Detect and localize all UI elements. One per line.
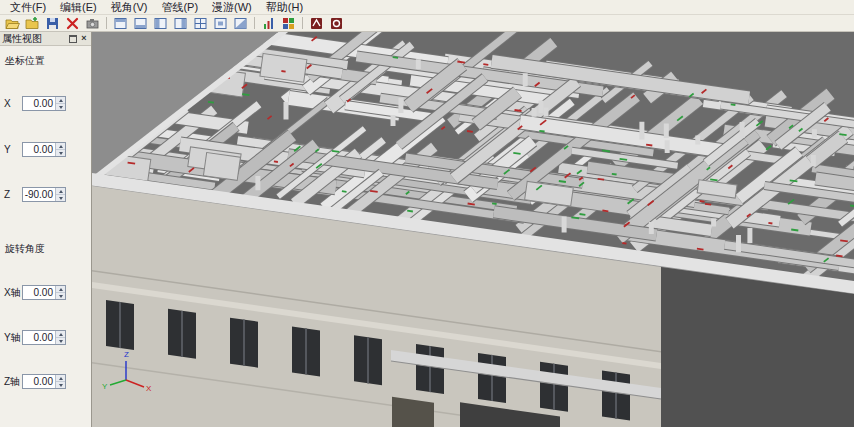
toolbar-separator [302, 17, 303, 29]
open-project-button[interactable] [23, 15, 42, 32]
axis-y-label: Y [102, 382, 108, 391]
rot-z-label: Z轴 [2, 375, 22, 389]
menu-view[interactable]: 视角(V) [104, 0, 155, 14]
view-back-icon [133, 16, 148, 31]
menu-file[interactable]: 文件(F) [3, 0, 53, 14]
coord-x-label: X [2, 98, 22, 109]
properties-panel-header: 属性视图 × [0, 32, 91, 46]
toolbar-separator [254, 17, 255, 29]
menu-help[interactable]: 帮助(H) [259, 0, 310, 14]
view-bottom-icon [213, 16, 228, 31]
menu-walkthrough[interactable]: 漫游(W) [205, 0, 259, 14]
ground-shadow-area [661, 267, 854, 427]
close-panel-icon: × [81, 34, 86, 43]
view-top-icon [193, 16, 208, 31]
view-front-button[interactable] [111, 15, 130, 32]
rot-y-label: Y轴 [2, 331, 22, 345]
properties-panel-title: 属性视图 [2, 32, 67, 46]
view-right-icon [173, 16, 188, 31]
rot-x-spinner[interactable] [55, 286, 65, 299]
view-top-button[interactable] [191, 15, 210, 32]
float-panel-icon [69, 35, 77, 43]
coord-y-row: Y 0.00 [2, 142, 66, 157]
menu-pipeline[interactable]: 管线(P) [154, 0, 205, 14]
chart-stats-icon [261, 16, 276, 31]
axis-z-label: Z [124, 350, 129, 359]
snapshot-button[interactable] [83, 15, 102, 32]
open-file-button[interactable] [3, 15, 22, 32]
menubar: 文件(F) 编辑(E) 视角(V) 管线(P) 漫游(W) 帮助(H) [0, 0, 854, 15]
chart-stats-button[interactable] [259, 15, 278, 32]
coord-y-label: Y [2, 144, 22, 155]
application-window: 文件(F) 编辑(E) 视角(V) 管线(P) 漫游(W) 帮助(H) 属性视图… [0, 0, 854, 427]
save-file-icon [45, 16, 60, 31]
menu-edit[interactable]: 编辑(E) [53, 0, 104, 14]
view-right-button[interactable] [171, 15, 190, 32]
coord-z-row: Z -90.00 [2, 187, 66, 202]
material-b-icon [329, 16, 344, 31]
float-panel-button[interactable] [68, 34, 78, 44]
rot-z-spinner[interactable] [55, 375, 65, 388]
rot-x-input[interactable]: 0.00 [22, 285, 66, 300]
rot-y-spinner[interactable] [55, 331, 65, 344]
view-front-icon [113, 16, 128, 31]
main-area: 属性视图 × 坐标位置 X 0.00 Y 0.00 [0, 32, 854, 427]
coord-x-spinner[interactable] [55, 97, 65, 110]
rot-x-label: X轴 [2, 286, 22, 300]
coord-y-input[interactable]: 0.00 [22, 142, 66, 157]
material-a-icon [309, 16, 324, 31]
view-bottom-button[interactable] [211, 15, 230, 32]
view-iso-button[interactable] [231, 15, 250, 32]
view-back-button[interactable] [131, 15, 150, 32]
rot-y-input[interactable]: 0.00 [22, 330, 66, 345]
group-label-coordinates: 坐标位置 [5, 54, 45, 68]
properties-panel: 属性视图 × 坐标位置 X 0.00 Y 0.00 [0, 32, 92, 427]
view-iso-icon [233, 16, 248, 31]
coord-z-spinner[interactable] [55, 188, 65, 201]
material-b-button[interactable] [327, 15, 346, 32]
toolbar [0, 15, 854, 32]
delete-icon [65, 16, 80, 31]
snapshot-icon [85, 16, 100, 31]
rot-z-input[interactable]: 0.00 [22, 374, 66, 389]
toolbar-separator [106, 17, 107, 29]
axis-x-label: X [146, 384, 152, 393]
chart-colors-icon [281, 16, 296, 31]
coord-z-label: Z [2, 189, 22, 200]
close-panel-button[interactable]: × [79, 34, 89, 44]
save-file-button[interactable] [43, 15, 62, 32]
open-file-icon [5, 16, 20, 31]
delete-button[interactable] [63, 15, 82, 32]
chart-colors-button[interactable] [279, 15, 298, 32]
rot-x-row: X轴 0.00 [2, 285, 66, 300]
material-a-button[interactable] [307, 15, 326, 32]
view-left-button[interactable] [151, 15, 170, 32]
rot-y-row: Y轴 0.00 [2, 330, 66, 345]
coord-x-row: X 0.00 [2, 96, 66, 111]
viewport-3d[interactable]: ZXY [92, 32, 854, 427]
coord-x-input[interactable]: 0.00 [22, 96, 66, 111]
group-label-rotation: 旋转角度 [5, 242, 45, 256]
scene-3d-rooftop-ducts[interactable]: ZXY [92, 32, 854, 427]
rot-z-row: Z轴 0.00 [2, 374, 66, 389]
view-left-icon [153, 16, 168, 31]
coord-z-input[interactable]: -90.00 [22, 187, 66, 202]
properties-panel-body: 坐标位置 X 0.00 Y 0.00 Z [0, 46, 91, 427]
coord-y-spinner[interactable] [55, 143, 65, 156]
open-project-icon [25, 16, 40, 31]
